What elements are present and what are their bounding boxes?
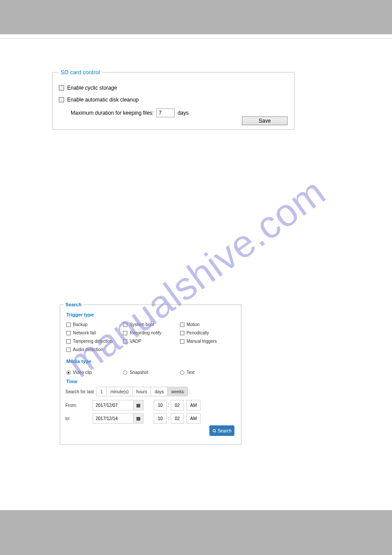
checkbox-icon (123, 339, 127, 344)
trigger-motion[interactable]: Motion (180, 322, 235, 330)
trigger-audio[interactable]: Audio detection (66, 347, 121, 355)
checkbox-icon (66, 331, 71, 335)
checkbox-icon (59, 97, 64, 102)
search-icon (212, 429, 216, 433)
from-calendar-button[interactable]: ▦ (133, 400, 144, 410)
media-video-clip[interactable]: Video clip (66, 370, 121, 375)
max-duration-row: Maximum duration for keeping files: days (71, 109, 189, 117)
media-text[interactable]: Text (180, 370, 235, 375)
to-calendar-button[interactable]: ▦ (133, 413, 144, 424)
colon: : (168, 403, 169, 408)
trigger-network-fail[interactable]: Network fail (66, 330, 121, 339)
search-fieldset: Search Trigger type Backup System boot M… (60, 305, 241, 445)
colon: : (168, 416, 169, 421)
checkbox-icon (123, 331, 127, 335)
to-minute-input[interactable] (171, 413, 184, 424)
time-heading: Time (66, 379, 77, 384)
search-button-label: Search (218, 428, 232, 433)
enable-cyclic-checkbox[interactable]: Enable cyclic storage (59, 85, 117, 91)
save-button[interactable]: Save (242, 116, 288, 125)
media-type-row: Video clip Snapshot Text (66, 368, 235, 376)
trigger-recording-notify[interactable]: Recording notify (123, 330, 178, 339)
unit-minutes-button[interactable]: minute(s) (106, 387, 133, 396)
from-date-input[interactable] (93, 400, 133, 410)
unit-weeks-button[interactable]: weeks (167, 387, 187, 396)
checkbox-icon (123, 323, 127, 327)
sd-legend: SD card control (58, 69, 102, 76)
radio-icon (180, 370, 184, 375)
checkbox-icon (180, 331, 184, 335)
to-row: to: ▦ : (65, 413, 201, 424)
svg-line-1 (215, 432, 216, 432)
radio-icon (123, 370, 127, 375)
enable-cleanup-label: Enable automatic disk cleanup (67, 97, 139, 103)
trigger-manual[interactable]: Manual triggers (180, 339, 235, 347)
divider (0, 38, 392, 39)
from-hour-input[interactable] (154, 400, 167, 410)
unit-hours-button[interactable]: hours (132, 387, 151, 396)
to-date-input[interactable] (93, 413, 133, 424)
last-value-input[interactable] (96, 387, 107, 396)
checkbox-icon (59, 85, 64, 91)
enable-cleanup-checkbox[interactable]: Enable automatic disk cleanup (59, 97, 139, 103)
trigger-grid: Backup System boot Motion Network fail R… (66, 322, 237, 355)
trigger-tampering[interactable]: Tampering detection (66, 339, 121, 347)
media-snapshot[interactable]: Snapshot (123, 370, 178, 375)
svg-point-0 (213, 429, 216, 432)
from-minute-input[interactable] (171, 400, 184, 410)
from-ampm-toggle[interactable] (187, 400, 201, 410)
days-input[interactable] (156, 109, 175, 117)
trigger-type-heading: Trigger type (66, 312, 94, 317)
from-label: From: (65, 403, 93, 408)
checkbox-icon (66, 323, 71, 327)
trigger-vadp[interactable]: VADP (123, 339, 178, 347)
calendar-icon: ▦ (136, 416, 140, 421)
days-unit-label: days (177, 110, 188, 116)
checkbox-icon (66, 339, 71, 344)
trigger-backup[interactable]: Backup (66, 322, 121, 330)
sd-card-control-fieldset: SD card control Enable cyclic storage En… (52, 72, 295, 130)
checkbox-icon (180, 323, 184, 327)
search-legend: Search (64, 302, 83, 307)
radio-icon (66, 370, 71, 375)
trigger-periodically[interactable]: Periodically (180, 330, 235, 339)
enable-cyclic-label: Enable cyclic storage (67, 85, 117, 91)
to-ampm-toggle[interactable] (187, 413, 201, 424)
calendar-icon: ▦ (136, 403, 140, 408)
to-hour-input[interactable] (154, 413, 167, 424)
trigger-system-boot[interactable]: System boot (123, 322, 178, 330)
to-label: to: (65, 416, 93, 421)
search-button[interactable]: Search (209, 425, 234, 436)
from-row: From: ▦ : (65, 400, 201, 410)
search-for-last-label: Search for last (65, 389, 94, 394)
max-duration-label: Maximum duration for keeping files: (71, 110, 154, 116)
unit-days-button[interactable]: days (151, 387, 168, 396)
footer-bar (0, 510, 392, 555)
media-type-heading: Media type (66, 359, 91, 364)
search-for-last-row: Search for last minute(s) hours days wee… (65, 387, 188, 396)
checkbox-icon (66, 348, 71, 352)
checkbox-icon (180, 339, 184, 344)
header-bar (0, 0, 392, 34)
